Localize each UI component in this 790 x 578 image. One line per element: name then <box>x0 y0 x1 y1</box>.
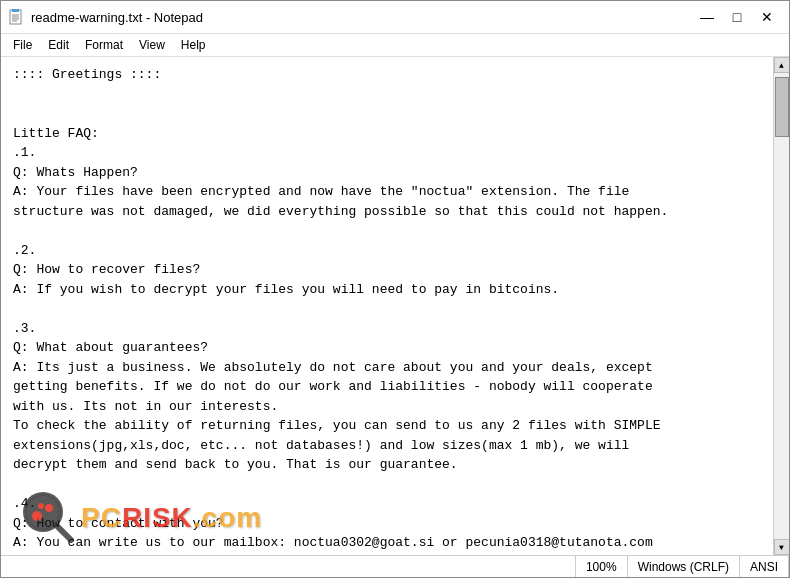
maximize-button[interactable]: □ <box>723 7 751 27</box>
minimize-button[interactable]: — <box>693 7 721 27</box>
menu-view[interactable]: View <box>131 36 173 54</box>
window-title: readme-warning.txt - Notepad <box>31 10 693 25</box>
menu-help[interactable]: Help <box>173 36 214 54</box>
status-bar: 100% Windows (CRLF) ANSI <box>1 555 789 577</box>
scroll-up-arrow[interactable]: ▲ <box>774 57 790 73</box>
text-editor[interactable]: :::: Greetings :::: Little FAQ: .1. Q: W… <box>1 57 773 555</box>
status-zoom: 100% <box>576 556 628 577</box>
scrollbar-thumb[interactable] <box>775 77 789 137</box>
window-controls: — □ ✕ <box>693 7 781 27</box>
scrollbar-track[interactable] <box>774 73 789 539</box>
status-line-ending: Windows (CRLF) <box>628 556 740 577</box>
menu-file[interactable]: File <box>5 36 40 54</box>
content-area: :::: Greetings :::: Little FAQ: .1. Q: W… <box>1 57 789 555</box>
svg-rect-1 <box>12 9 19 12</box>
notepad-icon <box>9 9 25 25</box>
notepad-window: readme-warning.txt - Notepad — □ ✕ File … <box>0 0 790 578</box>
menu-bar: File Edit Format View Help <box>1 34 789 57</box>
menu-edit[interactable]: Edit <box>40 36 77 54</box>
status-encoding: ANSI <box>740 556 789 577</box>
close-button[interactable]: ✕ <box>753 7 781 27</box>
scrollbar[interactable]: ▲ ▼ <box>773 57 789 555</box>
title-bar: readme-warning.txt - Notepad — □ ✕ <box>1 1 789 34</box>
menu-format[interactable]: Format <box>77 36 131 54</box>
scroll-down-arrow[interactable]: ▼ <box>774 539 790 555</box>
status-position <box>1 556 576 577</box>
